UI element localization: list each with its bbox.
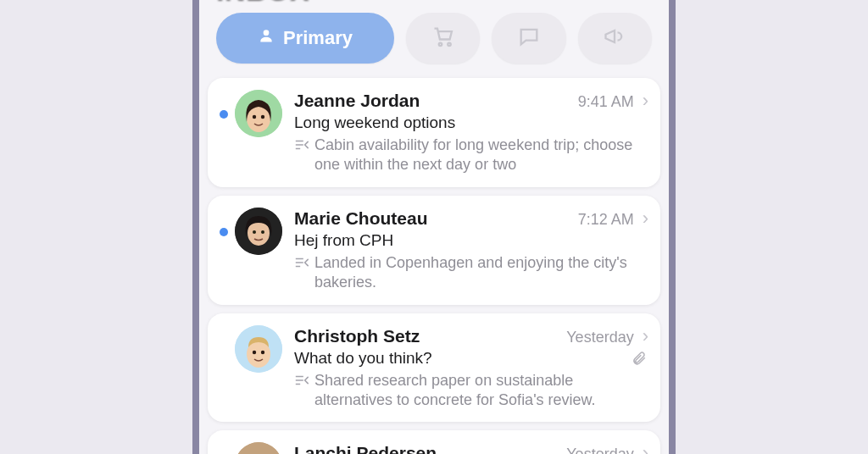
svg-point-9 [253,230,256,234]
page-title: INBOX [216,0,309,8]
message-subject: Hej from CPH [294,231,648,250]
paperclip-icon [632,351,647,369]
svg-point-2 [448,43,451,47]
message-time: Yesterday [566,446,633,454]
tab-promotions[interactable] [578,13,652,64]
phone-frame: INBOX Primary [192,0,676,454]
svg-point-6 [261,115,264,119]
svg-point-0 [264,30,270,36]
svg-point-5 [253,115,256,119]
svg-point-14 [261,350,264,353]
chevron-right-icon: › [643,442,648,454]
message-time: 9:41 AM [578,93,634,111]
message-content: Jeanne Jordan 9:41 AM › Long weekend opt… [294,90,648,175]
chevron-right-icon: › [643,208,648,230]
message-content: Marie Chouteau 7:12 AM › Hej from CPH La… [294,208,648,293]
cart-icon [431,25,455,52]
summary-icon [294,138,309,175]
svg-point-15 [235,442,282,454]
unread-dot [220,110,228,119]
tab-primary[interactable]: Primary [216,13,394,64]
message-list: Jeanne Jordan 9:41 AM › Long weekend opt… [208,78,660,454]
avatar [235,208,282,255]
person-icon [258,27,275,49]
svg-point-1 [438,43,442,47]
message-time: Yesterday [566,329,633,346]
message-content: Christoph Setz Yesterday › What do you t… [294,325,648,411]
message-preview: Shared research paper on sustainable alt… [314,371,648,411]
message-subject: Long weekend options [294,114,648,132]
chat-icon [517,25,541,52]
message-row[interactable]: Christoph Setz Yesterday › What do you t… [208,313,660,423]
tab-social[interactable] [492,13,565,64]
chevron-right-icon: › [643,90,648,112]
unread-dot [220,228,228,236]
megaphone-icon [603,25,626,52]
sender-name: Marie Chouteau [294,208,571,229]
sender-name: Lanchi Pedersen [294,443,559,454]
avatar [235,442,282,454]
message-time: 7:12 AM [578,211,634,229]
category-tabs: Primary [216,13,652,64]
tab-shopping[interactable] [406,13,480,64]
sender-name: Christoph Setz [294,326,559,346]
message-preview: Cabin availability for long weekend trip… [314,136,648,175]
message-row[interactable]: Marie Chouteau 7:12 AM › Hej from CPH La… [208,196,660,305]
summary-icon [294,256,309,293]
sender-name: Jeanne Jordan [294,91,571,111]
svg-point-10 [261,230,264,234]
message-row[interactable]: Lanchi Pedersen Yesterday › [208,430,660,454]
avatar [235,325,282,373]
message-subject: What do you think? [294,349,648,368]
avatar [235,90,282,137]
chevron-right-icon: › [643,325,648,347]
svg-point-13 [253,350,256,353]
tab-primary-label: Primary [283,27,353,49]
summary-icon [294,374,309,411]
message-content: Lanchi Pedersen Yesterday › [294,442,648,454]
message-row[interactable]: Jeanne Jordan 9:41 AM › Long weekend opt… [208,78,660,187]
message-preview: Landed in Copenhagen and enjoying the ci… [314,253,648,293]
